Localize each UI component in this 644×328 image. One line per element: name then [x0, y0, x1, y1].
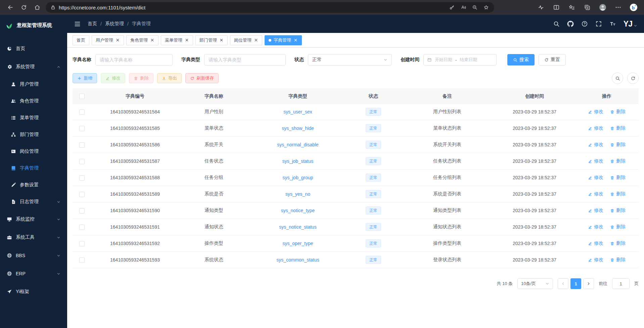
row-delete-button[interactable]: 删除	[610, 224, 626, 230]
tab-close-icon[interactable]	[116, 38, 120, 42]
status-select[interactable]: 正常	[308, 54, 392, 65]
row-checkbox[interactable]	[79, 192, 85, 197]
tab-2[interactable]: 角色管理	[126, 35, 158, 45]
tab-close-icon[interactable]	[185, 38, 189, 42]
sidebar-item-tools[interactable]: 系统工具	[0, 228, 67, 246]
row-delete-button[interactable]: 删除	[610, 257, 626, 263]
row-checkbox[interactable]	[79, 175, 85, 181]
tab-close-icon[interactable]	[293, 38, 298, 42]
dict-type-input[interactable]	[204, 54, 286, 65]
row-checkbox[interactable]	[79, 142, 85, 148]
fullscreen-icon[interactable]	[595, 20, 602, 27]
more-icon[interactable]	[612, 2, 625, 13]
row-checkbox[interactable]	[79, 159, 85, 164]
row-edit-button[interactable]: 修改	[588, 191, 603, 197]
page-1-button[interactable]: 1	[570, 278, 581, 289]
home-icon[interactable]	[31, 2, 44, 13]
profile-icon[interactable]	[596, 2, 609, 13]
row-edit-button[interactable]: 修改	[588, 109, 603, 115]
edit-button[interactable]: 修改	[101, 73, 125, 83]
app-logo[interactable]: 意框架管理系统	[0, 15, 67, 36]
sidebar-item-dept[interactable]: 部门管理	[0, 126, 67, 143]
prev-page-button[interactable]	[558, 278, 568, 289]
tab-4[interactable]: 部门管理	[195, 35, 228, 45]
dict-type-link[interactable]: sys_oper_type	[282, 241, 313, 246]
key-icon[interactable]	[447, 3, 457, 12]
font-size-icon[interactable]	[609, 20, 616, 27]
tab-close-icon[interactable]	[219, 38, 224, 42]
help-icon[interactable]	[581, 20, 588, 27]
row-delete-button[interactable]: 删除	[610, 158, 626, 164]
sidebar-item-erp[interactable]: ERP	[0, 265, 67, 283]
refresh-table-button[interactable]	[627, 73, 639, 84]
toggle-search-button[interactable]	[612, 73, 623, 84]
tab-close-icon[interactable]	[150, 38, 154, 42]
sidebar-item-role[interactable]: 角色管理	[0, 93, 67, 109]
sidebar-item-user[interactable]: 用户管理	[0, 76, 67, 93]
dict-type-link[interactable]: sys_common_status	[276, 257, 319, 263]
dict-type-link[interactable]: sys_notice_type	[281, 208, 315, 213]
url-text[interactable]: https://ccnetcore.com:1101/system/dict	[59, 5, 444, 10]
row-delete-button[interactable]: 删除	[610, 207, 626, 214]
sidebar-item-log[interactable]: 日志管理	[0, 193, 67, 210]
row-checkbox[interactable]	[79, 257, 85, 263]
date-range-picker[interactable]: 开始日期 - 结束日期	[423, 54, 497, 65]
row-edit-button[interactable]: 修改	[588, 142, 603, 148]
dict-type-link[interactable]: sys_show_hide	[282, 126, 314, 131]
sidebar-item-bbs[interactable]: BBS	[0, 246, 67, 265]
tab-close-icon[interactable]	[254, 38, 258, 42]
add-button[interactable]: 新增	[73, 73, 97, 83]
user-logo-dropdown[interactable]: YJ	[624, 20, 637, 28]
page-size-select[interactable]: 10条/页	[517, 278, 553, 289]
reload-icon[interactable]	[17, 2, 30, 13]
row-checkbox[interactable]	[79, 126, 85, 131]
github-icon[interactable]	[567, 20, 574, 27]
tab-3[interactable]: 菜单管理	[161, 35, 193, 45]
refresh-cache-button[interactable]: 刷新缓存	[185, 73, 219, 83]
row-checkbox[interactable]	[79, 109, 85, 115]
row-delete-button[interactable]: 删除	[610, 142, 626, 148]
next-page-button[interactable]	[583, 278, 594, 289]
split-screen-icon[interactable]	[550, 2, 563, 13]
sidebar-item-home[interactable]: 首页	[0, 40, 67, 58]
collections-icon[interactable]	[581, 2, 594, 13]
row-edit-button[interactable]: 修改	[588, 175, 603, 181]
favorites-icon[interactable]	[565, 2, 578, 13]
row-delete-button[interactable]: 删除	[610, 125, 626, 131]
tab-5[interactable]: 岗位管理	[230, 35, 262, 45]
select-all-checkbox[interactable]	[79, 94, 85, 99]
row-edit-button[interactable]: 修改	[588, 257, 603, 263]
tab-6[interactable]: 字典管理	[265, 35, 302, 45]
address-bar[interactable]: https://ccnetcore.com:1101/system/dict	[46, 2, 494, 13]
browser-essentials-icon[interactable]	[535, 2, 547, 13]
dict-type-link[interactable]: sys_user_sex	[283, 109, 312, 114]
sidebar-item-post[interactable]: 岗位管理	[0, 143, 67, 160]
lock-icon[interactable]	[50, 5, 56, 10]
breadcrumb-home[interactable]: 首页	[88, 21, 97, 27]
dict-type-link[interactable]: sys_notice_status	[279, 224, 316, 230]
goto-page-input[interactable]	[612, 278, 630, 289]
dict-type-link[interactable]: sys_job_group	[282, 175, 313, 180]
row-delete-button[interactable]: 删除	[610, 240, 626, 246]
row-checkbox[interactable]	[79, 225, 85, 230]
delete-button[interactable]: 删除	[129, 73, 153, 83]
sidebar-item-yiframe[interactable]: Yi框架	[0, 283, 67, 301]
search-button[interactable]: 搜索	[507, 54, 535, 65]
breadcrumb-system[interactable]: 系统管理	[105, 21, 124, 27]
zoom-out-icon[interactable]	[469, 3, 480, 12]
sidebar-item-dict[interactable]: 字典管理	[0, 160, 67, 177]
sidebar-item-system[interactable]: 系统管理	[0, 58, 67, 76]
row-edit-button[interactable]: 修改	[588, 125, 603, 131]
back-icon[interactable]	[4, 2, 17, 13]
read-aloud-icon[interactable]	[458, 3, 469, 12]
row-checkbox[interactable]	[79, 208, 85, 214]
favorite-star-icon[interactable]	[481, 3, 492, 12]
dict-type-link[interactable]: sys_yes_no	[285, 191, 310, 197]
copilot-icon[interactable]: b	[627, 2, 640, 13]
row-edit-button[interactable]: 修改	[588, 224, 603, 230]
sidebar-item-menu[interactable]: 菜单管理	[0, 109, 67, 126]
export-button[interactable]: 导出	[157, 73, 182, 83]
search-icon[interactable]	[553, 20, 560, 27]
collapse-sidebar-icon[interactable]	[74, 20, 81, 28]
tab-0[interactable]: 首页	[73, 35, 89, 45]
